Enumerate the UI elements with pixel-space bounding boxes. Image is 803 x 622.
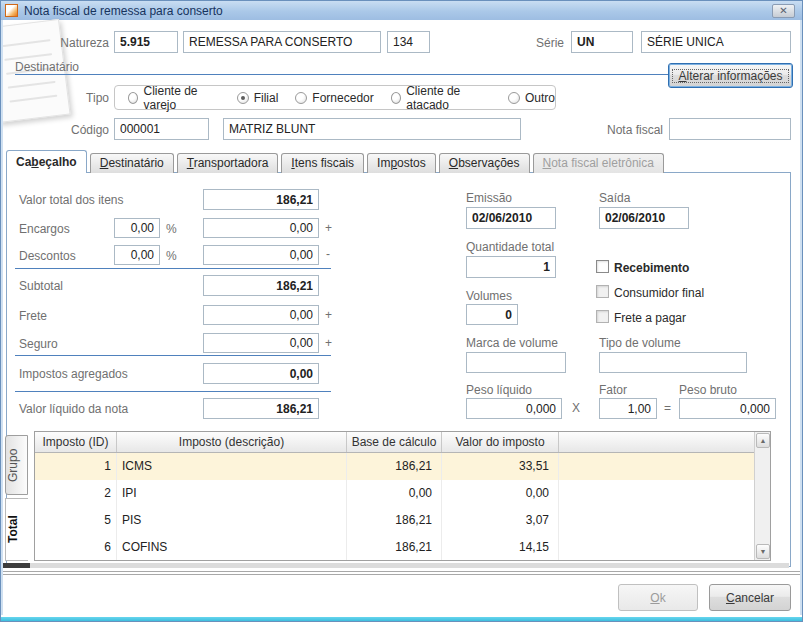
codigo-desc-field[interactable]	[223, 118, 521, 140]
table-row[interactable]: 2 IPI 0,00 0,00	[35, 480, 770, 507]
impostos-agregados-field[interactable]	[203, 363, 319, 384]
serie-code-field[interactable]	[571, 31, 633, 53]
tax-table: Imposto (ID) Imposto (descrição) Base de…	[34, 431, 771, 561]
minus-sign: -	[326, 247, 330, 261]
serie-desc-field[interactable]	[641, 31, 791, 53]
tax-table-header: Imposto (ID) Imposto (descrição) Base de…	[35, 432, 770, 453]
nota-fiscal-field[interactable]	[669, 118, 791, 140]
window-left-edge	[1, 20, 3, 615]
volumes-field[interactable]	[466, 304, 518, 325]
alterar-informacoes-button[interactable]: Alterar informações	[668, 63, 793, 88]
col-header-imposto-id[interactable]: Imposto (ID)	[35, 432, 117, 452]
fator-field[interactable]	[599, 398, 657, 419]
valor-total-field[interactable]	[203, 189, 319, 210]
radio-cliente-de-varejo[interactable]: Cliente de varejo	[128, 84, 220, 112]
radio-icon	[237, 92, 249, 104]
radio-icon	[295, 92, 307, 104]
ok-button[interactable]: Ok	[618, 584, 698, 611]
radio-filial[interactable]: Filial	[237, 91, 279, 105]
times-sign: X	[572, 401, 580, 415]
radio-icon	[508, 92, 520, 104]
window-right-edge	[800, 20, 802, 615]
codigo-field[interactable]	[114, 118, 209, 140]
radio-cliente-de-atacado[interactable]: Cliente de atacado	[391, 84, 491, 112]
recebimento-label: Recebimento	[614, 261, 689, 275]
tab-impostos[interactable]: Impostos	[367, 153, 436, 173]
marca-de-volume-field[interactable]	[466, 352, 566, 373]
equals-sign: =	[664, 401, 671, 415]
nota-fiscal-label: Nota fiscal	[599, 123, 663, 137]
emissao-label: Emissão	[466, 191, 512, 205]
window-bottom-edge	[1, 617, 803, 622]
col-header-imposto-descricao[interactable]: Imposto (descrição)	[117, 432, 347, 452]
natureza-num-field[interactable]	[387, 31, 430, 53]
horizontal-scrollbar[interactable]	[3, 563, 789, 568]
plus-sign: +	[325, 221, 332, 235]
tipo-radio-group: Cliente de varejo Filial Fornecedor Clie…	[114, 85, 556, 110]
tab-cabecalho[interactable]: Cabeçalho	[6, 150, 87, 173]
plus-sign: +	[325, 336, 332, 350]
subtotal-field[interactable]	[203, 275, 319, 296]
frete-label: Frete	[19, 309, 47, 323]
saida-field[interactable]	[599, 207, 689, 229]
scroll-up-icon[interactable]: ▲	[756, 433, 770, 448]
natureza-code-field[interactable]	[114, 31, 178, 53]
document-icon	[5, 4, 18, 17]
totals-divider	[15, 355, 331, 356]
descontos-val-field[interactable]	[203, 245, 319, 265]
tab-itens-fiscais[interactable]: Itens fiscais	[281, 153, 364, 173]
cancelar-button[interactable]: Cancelar	[709, 584, 791, 611]
radio-fornecedor[interactable]: Fornecedor	[295, 91, 373, 105]
nota-fiscal-window: Nota fiscal de remessa para conserto ✕ N…	[0, 0, 803, 622]
col-header-base-calculo[interactable]: Base de cálculo	[347, 432, 442, 452]
descontos-pct-field[interactable]	[114, 245, 160, 265]
percent-sign: %	[166, 222, 177, 236]
tab-observacoes[interactable]: Observações	[439, 153, 530, 173]
serie-label: Série	[496, 36, 564, 50]
impostos-agregados-label: Impostos agregados	[19, 367, 128, 381]
quantidade-total-label: Quantidade total	[466, 240, 554, 254]
tipo-de-volume-label: Tipo de volume	[599, 336, 681, 350]
footer-bar: P Ok Cancelar	[1, 575, 803, 617]
encargos-val-field[interactable]	[203, 218, 319, 238]
vertical-scrollbar[interactable]: ▲ ▼	[754, 432, 770, 560]
valor-liquido-field[interactable]	[203, 398, 319, 419]
quantidade-total-field[interactable]	[466, 256, 556, 278]
tipo-label: Tipo	[41, 91, 109, 105]
encargos-label: Encargos	[19, 222, 70, 236]
marca-de-volume-label: Marca de volume	[466, 336, 558, 350]
horizontal-scrollbar-thumb[interactable]	[3, 563, 30, 568]
frete-a-pagar-checkbox[interactable]	[596, 310, 609, 323]
table-row[interactable]: 5 PIS 186,21 3,07	[35, 507, 770, 534]
radio-icon	[391, 92, 401, 104]
table-row[interactable]: 1 ICMS 186,21 33,51	[35, 453, 770, 480]
encargos-pct-field[interactable]	[114, 218, 160, 238]
tab-destinatario[interactable]: Destinatário	[90, 153, 174, 173]
peso-bruto-field[interactable]	[679, 398, 776, 419]
descontos-label: Descontos	[19, 249, 76, 263]
table-row[interactable]: 6 COFINS 186,21 14,15	[35, 534, 770, 561]
emissao-field[interactable]	[466, 207, 556, 229]
side-tab-total[interactable]: Total	[5, 498, 28, 561]
totals-divider	[15, 268, 331, 269]
recebimento-checkbox[interactable]	[596, 260, 609, 273]
col-header-valor-imposto[interactable]: Valor do imposto	[442, 432, 559, 452]
consumidor-final-checkbox[interactable]	[596, 285, 609, 298]
natureza-desc-field[interactable]	[183, 31, 381, 53]
side-tab-grupo[interactable]: Grupo	[5, 435, 28, 495]
frete-field[interactable]	[203, 305, 319, 325]
peso-bruto-label: Peso bruto	[679, 383, 737, 397]
tipo-de-volume-field[interactable]	[599, 352, 747, 373]
close-icon[interactable]: ✕	[772, 4, 795, 18]
consumidor-final-label: Consumidor final	[614, 286, 704, 300]
saida-label: Saída	[599, 191, 630, 205]
title-bar: Nota fiscal de remessa para conserto ✕	[1, 1, 802, 20]
tab-transportadora[interactable]: Transportadora	[177, 153, 279, 173]
codigo-label: Código	[31, 123, 109, 137]
frete-a-pagar-label: Frete a pagar	[614, 311, 686, 325]
radio-outro[interactable]: Outro	[508, 91, 555, 105]
seguro-field[interactable]	[203, 333, 319, 353]
scroll-down-icon[interactable]: ▼	[756, 544, 770, 559]
valor-total-label: Valor total dos itens	[19, 193, 124, 207]
peso-liquido-field[interactable]	[466, 398, 562, 419]
